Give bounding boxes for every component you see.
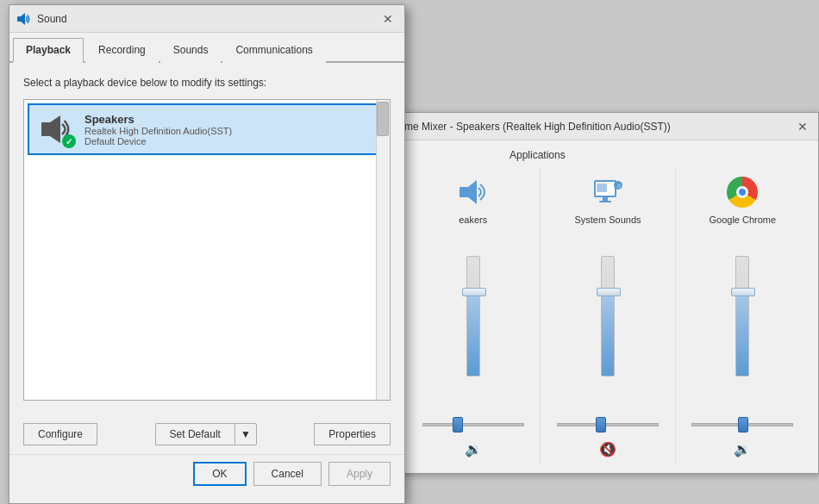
scrollbar-thumb[interactable]: [377, 102, 389, 136]
dialog-actions: Configure Set Default ▼ Properties: [9, 414, 404, 454]
svg-marker-1: [468, 180, 477, 204]
speakers-mute-icon[interactable]: 🔉: [465, 441, 482, 457]
mixer-title: me Mixer - Speakers (Realtek High Defini…: [404, 121, 671, 133]
dialog-title-text: Sound: [37, 13, 67, 25]
chrome-mute-icon[interactable]: 🔉: [734, 441, 751, 457]
dialog-body: Select a playback device below to modify…: [9, 63, 404, 414]
description-text: Select a playback device below to modify…: [23, 77, 391, 89]
system-sounds-slider-container: [544, 233, 671, 398]
system-sounds-slider-fill: [602, 292, 614, 376]
speakers-icon: [456, 175, 491, 209]
speakers-horiz-track: [422, 423, 524, 426]
speakers-slider-track[interactable]: [466, 256, 480, 376]
speakers-horiz-thumb[interactable]: [453, 417, 463, 432]
system-sounds-mute-icon[interactable]: 🔇: [599, 441, 616, 457]
ok-button[interactable]: OK: [193, 462, 246, 486]
mixer-columns: eakers 🔉: [406, 168, 810, 464]
system-sounds-label: System Sounds: [574, 215, 641, 225]
device-list: ✓ Speakers Realtek High Definition Audio…: [23, 99, 391, 401]
dialog-footer: OK Cancel Apply: [9, 454, 404, 493]
chrome-slider-thumb[interactable]: [731, 288, 755, 296]
default-check-icon: ✓: [62, 134, 76, 148]
dialog-titlebar: Sound ✕: [9, 5, 404, 33]
set-default-button[interactable]: Set Default: [155, 423, 234, 445]
speakers-slider-thumb[interactable]: [462, 288, 486, 296]
configure-button[interactable]: Configure: [23, 423, 97, 445]
mixer-body: Applications eakers: [397, 140, 818, 473]
chrome-slider-fill: [736, 292, 748, 376]
cancel-button[interactable]: Cancel: [253, 462, 322, 486]
mixer-col-chrome: Google Chrome 🔉: [676, 168, 810, 464]
properties-button[interactable]: Properties: [314, 423, 391, 445]
mixer-close-button[interactable]: ✕: [794, 118, 811, 135]
dialog-title-left: Sound: [16, 11, 67, 27]
set-default-group: Set Default ▼: [155, 423, 257, 445]
system-sounds-slider-thumb[interactable]: [597, 288, 621, 296]
set-default-arrow-button[interactable]: ▼: [234, 423, 257, 445]
svg-text:♫: ♫: [616, 183, 621, 189]
speakers-slider-fill: [467, 292, 479, 376]
svg-rect-4: [603, 197, 608, 201]
dialog-close-button[interactable]: ✕: [378, 9, 397, 28]
system-sounds-horiz-track: [557, 423, 659, 426]
device-list-scrollbar[interactable]: [376, 100, 390, 400]
system-sounds-slider-track[interactable]: [601, 256, 615, 376]
device-default-label: Default Device: [84, 136, 374, 146]
sound-dialog: Sound ✕ Playback Recording Sounds Commun…: [9, 4, 405, 504]
mixer-titlebar: me Mixer - Speakers (Realtek High Defini…: [397, 113, 818, 140]
mixer-col-system-sounds: ♫ System Sounds: [541, 168, 675, 464]
chrome-horiz-thumb[interactable]: [738, 417, 748, 432]
speakers-label: eakers: [459, 215, 487, 225]
system-sounds-horiz-row: [544, 419, 671, 431]
speakers-slider-container: [410, 233, 536, 398]
device-description: Realtek High Definition Audio(SST): [84, 126, 374, 136]
speakers-horiz-row: [410, 419, 536, 431]
apply-button[interactable]: Apply: [328, 462, 391, 486]
tabs-bar: Playback Recording Sounds Communications: [9, 33, 404, 63]
svg-marker-12: [50, 115, 60, 143]
tab-sounds[interactable]: Sounds: [160, 38, 222, 63]
mixer-col-speakers: eakers 🔉: [406, 168, 541, 464]
tab-playback[interactable]: Playback: [13, 38, 84, 63]
device-icon-speakers: ✓: [40, 112, 74, 146]
mixer-applications-label: Applications: [510, 149, 566, 161]
svg-rect-9: [17, 16, 21, 22]
svg-rect-11: [41, 122, 50, 136]
system-sounds-horiz-slider[interactable]: [557, 419, 659, 431]
svg-marker-10: [21, 13, 25, 25]
tab-communications[interactable]: Communications: [222, 38, 325, 63]
speakers-horiz-slider[interactable]: [422, 419, 524, 431]
chrome-horiz-slider[interactable]: [691, 419, 793, 431]
svg-rect-5: [599, 201, 611, 202]
svg-rect-6: [597, 184, 607, 192]
device-info: Speakers Realtek High Definition Audio(S…: [84, 113, 374, 146]
system-sounds-horiz-thumb[interactable]: [596, 417, 606, 432]
system-sounds-icon: ♫: [591, 175, 625, 209]
chrome-horiz-row: [679, 419, 806, 431]
dialog-speaker-icon: [16, 11, 32, 27]
tab-recording[interactable]: Recording: [85, 38, 159, 63]
chrome-slider-container: [679, 233, 806, 398]
mixer-window: me Mixer - Speakers (Realtek High Defini…: [397, 112, 819, 474]
chrome-icon: [725, 175, 760, 209]
chrome-slider-track[interactable]: [735, 256, 749, 376]
chrome-horiz-track: [691, 423, 793, 426]
svg-rect-0: [460, 187, 468, 197]
chrome-label: Google Chrome: [709, 215, 776, 225]
device-name: Speakers: [84, 113, 374, 126]
device-item-speakers[interactable]: ✓ Speakers Realtek High Definition Audio…: [28, 103, 386, 155]
